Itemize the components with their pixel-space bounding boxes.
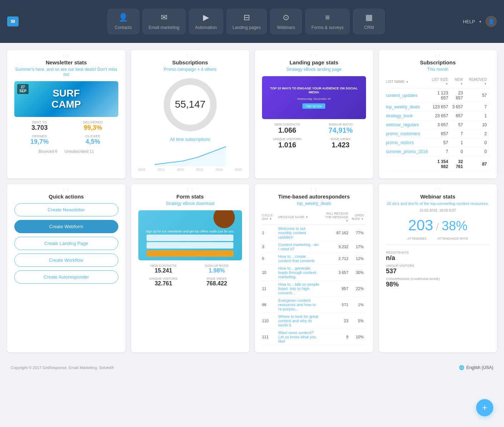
- forms-icon: ≡: [325, 13, 330, 22]
- webinar-attendees-number: 203: [408, 217, 433, 234]
- message-cell: Content marketing - do I need it?: [278, 241, 322, 253]
- all-time-link[interactable]: All time subscriptions: [138, 137, 242, 142]
- col-open-rate[interactable]: OPEN RATE ▼: [351, 210, 366, 225]
- help-dropdown-icon[interactable]: ▾: [479, 20, 481, 24]
- newsletter-stats-subtitle[interactable]: Summer's here, and so are our best deals…: [14, 67, 118, 77]
- table-row: strategy_book 23 657 657 1: [386, 112, 490, 121]
- nav-automation[interactable]: ▶ Automation: [189, 9, 223, 34]
- signup-ratio-label: SIGN-UP RATIO: [315, 123, 366, 126]
- list-removed-cell: 57: [466, 89, 490, 103]
- message-cell: How to... talk so people listed. Into to…: [278, 281, 322, 297]
- landing-stats-subtitle[interactable]: Strategy eBook landing page: [262, 67, 366, 72]
- col-cycle[interactable]: CYCLE DAY ▼: [262, 210, 278, 225]
- list-new-cell: 57: [451, 121, 466, 129]
- nav-webinars[interactable]: ⊙ Webinars: [270, 9, 302, 34]
- list-new-cell: 657: [451, 112, 466, 121]
- table-row: summer_promo_2016 7 0 0: [386, 147, 490, 156]
- drag-handle: ⋮⋮: [186, 54, 194, 58]
- conversions-stat: CONVERSIONS (CAMPAIGN NAME) 98%: [386, 277, 490, 288]
- nav-crm-label: CRM: [364, 25, 374, 30]
- form-signup-ratio: SIGN-UP RATIO 1.98%: [192, 264, 242, 274]
- form-stats-title: Form stats: [138, 193, 242, 200]
- signup-button-mock: Sign up now: [302, 103, 325, 109]
- col-list-name[interactable]: LIST NAME ▼: [386, 76, 431, 89]
- fab-button[interactable]: +: [476, 399, 493, 416]
- landing-icon: ⊟: [243, 13, 250, 22]
- webinar-stats-card: ⋮⋮ Webinar stats 10 do's and don'ts of t…: [379, 184, 497, 352]
- nav-contacts[interactable]: 👤 Contacts: [107, 9, 139, 34]
- col-list-size[interactable]: LIST SIZE ▼: [431, 76, 451, 89]
- opened-label: OPENED: [14, 134, 65, 138]
- quick-action-button[interactable]: Create Newsletter: [14, 203, 118, 216]
- col-will-receive[interactable]: WILL RECEIVE THE MESSAGE ▼: [322, 210, 351, 225]
- table-row: 11 How to... talk so people listed. Into…: [262, 281, 366, 297]
- nav-automation-label: Automation: [195, 25, 217, 30]
- quick-action-button[interactable]: Create Autoresponder: [14, 270, 118, 284]
- col-removed[interactable]: REMOVED ▼: [466, 76, 490, 89]
- help-label[interactable]: HELP: [463, 19, 475, 24]
- landing-stats-title: Landing page stats: [262, 59, 366, 65]
- surf-camp-text: SURF CAMP: [51, 88, 81, 110]
- col-message[interactable]: MESSAGE NAME ▼: [278, 210, 322, 225]
- list-removed-cell: 7: [466, 103, 490, 112]
- form-unique-visitors: UNIQUE VISITORS 32.761: [138, 277, 189, 287]
- form-stats-subtitle[interactable]: Strategy eBook download: [138, 201, 242, 206]
- form-image: Sign up for our newsletter and get top o…: [138, 210, 242, 260]
- attendees-label: ATTENDEES: [407, 237, 426, 240]
- nav-crm[interactable]: ▦ CRM: [353, 9, 385, 34]
- nav-email-marketing[interactable]: ✉ Email marketing: [142, 9, 186, 34]
- delivered-label: DELIVERED: [68, 121, 118, 124]
- cycle-cell: 3: [262, 241, 278, 253]
- message-cell: Evergreen content resources and how to r…: [278, 297, 322, 313]
- subscriptions-table-subtitle[interactable]: This month: [386, 67, 490, 72]
- cycle-cell: 5: [262, 253, 278, 265]
- nav-forms[interactable]: ≡ Forms & surveys: [305, 9, 350, 34]
- nav-contacts-label: Contacts: [115, 25, 132, 30]
- webinars-icon: ⊙: [283, 13, 289, 22]
- quick-action-button[interactable]: Create Landing Page: [14, 237, 118, 250]
- clicked-label: CLICKED: [68, 134, 118, 138]
- subscriptions-table-card: ⋮⋮ Subscriptions This month LIST NAME ▼ …: [379, 50, 497, 178]
- language-label[interactable]: English (USA): [466, 365, 493, 370]
- quick-action-button[interactable]: Create Webform: [14, 220, 118, 233]
- newsletter-stats-title: Newsletter stats: [14, 59, 118, 65]
- donut-chart: 55,147: [162, 76, 219, 133]
- table-row: 110 Where to look for great content and …: [262, 313, 366, 329]
- table-row: 111 Want more content? Let us know what …: [262, 329, 366, 345]
- automation-icon: ▶: [203, 13, 209, 22]
- subscriptions-donut-subtitle[interactable]: Promo campaign + 4 others: [138, 67, 242, 72]
- open-rate-cell: 22%: [351, 281, 366, 297]
- form-stats-grid: NEW CONTACTS 15.241 SIGN-UP RATIO 1.98% …: [138, 264, 242, 287]
- autoresponders-subtitle[interactable]: top_weekly_deals: [262, 201, 366, 206]
- table-row: 5 How to... create content that converts…: [262, 253, 366, 265]
- autoresponders-table: CYCLE DAY ▼ MESSAGE NAME ▼ WILL RECEIVE …: [262, 210, 366, 345]
- footer-right: 🌐 English (USA): [459, 365, 493, 370]
- nav-landing-label: Landing pages: [233, 25, 261, 30]
- avatar[interactable]: 👤: [485, 16, 497, 27]
- table-row: promo_visitors 57 1 0: [386, 138, 490, 147]
- drag-handle: ⋮⋮: [186, 188, 194, 192]
- col-new[interactable]: NEW ▼: [451, 76, 466, 89]
- cycle-cell: 11: [262, 281, 278, 297]
- form-new-contacts: NEW CONTACTS 15.241: [138, 264, 189, 274]
- cycle-cell: 111: [262, 329, 278, 345]
- list-size-cell: 57: [431, 138, 451, 147]
- list-new-cell: 3 657: [451, 103, 466, 112]
- table-row: content_updates 1 123 657 23 657 57: [386, 89, 490, 103]
- opened-stat: OPENED 19,7%: [14, 134, 65, 146]
- nav-items: 👤 Contacts ✉ Email marketing ▶ Automatio…: [29, 9, 463, 34]
- delivered-stat: DELIVERED 99,3%: [68, 121, 118, 132]
- page-views-stat: PAGE VIEWS 1.423: [315, 137, 366, 149]
- will-receive-cell: 9.232: [322, 241, 351, 253]
- attendance-rate-label: ATTENDANCE RATE: [437, 237, 468, 240]
- list-removed-cell: 1: [466, 112, 490, 121]
- list-size-cell: 1 123 657: [431, 89, 451, 103]
- quick-actions-title: Quick actions: [14, 193, 118, 200]
- landing-stats-grid: NEW CONTACTS 1.066 SIGN-UP RATIO 74,91% …: [262, 123, 366, 149]
- nav-landing-pages[interactable]: ⊟ Landing pages: [226, 9, 267, 34]
- quick-action-button[interactable]: Create Workflow: [14, 254, 118, 267]
- logo[interactable]: ✉: [7, 16, 19, 26]
- list-new-cell: 0: [451, 147, 466, 156]
- unique-visitors-stat: UNIQUE VISITORS 537: [386, 264, 490, 275]
- form-email-mock: [147, 235, 233, 241]
